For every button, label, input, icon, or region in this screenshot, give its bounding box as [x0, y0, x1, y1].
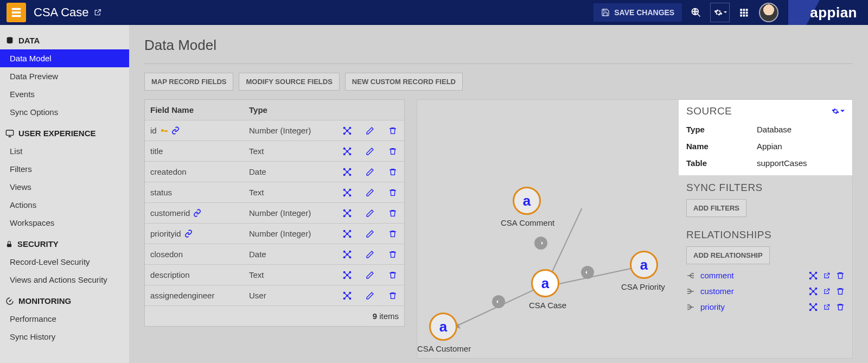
fields-table: Field NameTypeid Number (Integer)titleTe… — [144, 99, 405, 327]
field-relation-icon[interactable] — [336, 120, 359, 141]
field-delete-icon[interactable] — [381, 285, 404, 305]
sidebar-item-views-and-actions-security[interactable]: Views and Actions Security — [0, 271, 129, 289]
sidebar-item-performance[interactable]: Performance — [0, 310, 129, 328]
settings-dropdown[interactable] — [710, 3, 730, 22]
add-relationship-button[interactable]: ADD RELATIONSHIP — [686, 246, 770, 264]
svg-point-30 — [349, 168, 351, 170]
relationship-link[interactable]: customer — [700, 286, 734, 296]
svg-point-58 — [347, 295, 348, 296]
field-edit-icon[interactable] — [359, 224, 381, 244]
svg-rect-5 — [743, 9, 745, 11]
save-icon — [601, 8, 610, 17]
rel-open-icon[interactable] — [823, 288, 831, 295]
field-relation-icon[interactable] — [336, 141, 359, 161]
edge-case-customer — [456, 289, 535, 326]
field-relation-icon[interactable] — [336, 162, 359, 182]
sidebar-item-sync-history[interactable]: Sync History — [0, 328, 129, 346]
field-edit-icon[interactable] — [359, 162, 381, 182]
field-edit-icon[interactable] — [359, 265, 381, 285]
field-relation-icon[interactable] — [336, 244, 359, 264]
sidebar-item-actions[interactable]: Actions — [0, 196, 129, 214]
relationship-link[interactable]: comment — [700, 271, 734, 280]
source-section: SOURCE TypeDatabase NameAppian Tablesupp… — [679, 100, 852, 175]
field-relation-icon[interactable] — [336, 203, 359, 223]
relationship-row-comment: comment — [686, 271, 845, 280]
toolbar-map-record-fields[interactable]: MAP RECORD FIELDS — [144, 73, 233, 91]
user-avatar[interactable] — [759, 3, 778, 22]
sidebar-item-record-level-security[interactable]: Record-Level Security — [0, 253, 129, 271]
field-relation-icon[interactable] — [336, 285, 359, 305]
field-name-cell: closedon — [145, 244, 244, 264]
field-relation-icon[interactable] — [336, 265, 359, 285]
field-delete-icon[interactable] — [381, 141, 404, 161]
rel-open-icon[interactable] — [823, 272, 831, 279]
field-edit-icon[interactable] — [359, 203, 381, 223]
left-sidebar: DATAData ModelData PreviewEventsSync Opt… — [0, 25, 129, 363]
field-name-cell: status — [145, 182, 244, 202]
sidebar-item-data-model[interactable]: Data Model — [0, 49, 129, 67]
rel-type-icon — [686, 271, 695, 280]
relationship-link-icon — [171, 126, 180, 135]
svg-rect-11 — [743, 15, 745, 17]
global-search-icon[interactable] — [686, 3, 706, 22]
field-relation-icon[interactable] — [336, 182, 359, 202]
relationship-link[interactable]: priority — [700, 302, 725, 311]
svg-rect-10 — [740, 15, 742, 17]
relationship-row-priority: priority — [686, 302, 845, 311]
node-label: CSA Customer — [417, 344, 471, 353]
field-delete-icon[interactable] — [381, 244, 404, 264]
field-delete-icon[interactable] — [381, 203, 404, 223]
sidebar-section-monitoring: MONITORING — [0, 289, 129, 310]
rel-diagram-icon[interactable] — [809, 303, 818, 311]
field-delete-icon[interactable] — [381, 120, 404, 141]
toolbar-buttons: MAP RECORD FIELDSMODIFY SOURCE FIELDSNEW… — [144, 73, 853, 91]
relationships-heading: RELATIONSHIPS — [686, 229, 845, 241]
rel-delete-icon[interactable] — [836, 271, 845, 280]
rel-type-icon — [686, 303, 695, 311]
node-csa-priority[interactable]: a — [630, 251, 658, 279]
field-edit-icon[interactable] — [359, 244, 381, 264]
toolbar-modify-source-fields[interactable]: MODIFY SOURCE FIELDS — [239, 73, 339, 91]
node-csa-comment[interactable]: a — [513, 187, 541, 215]
rel-delete-icon[interactable] — [836, 303, 845, 311]
source-settings-icon[interactable] — [832, 107, 845, 115]
brand-logo: appian — [810, 4, 857, 21]
add-filters-button[interactable]: ADD FILTERS — [686, 199, 746, 217]
svg-rect-2 — [12, 15, 21, 17]
svg-point-71 — [809, 294, 811, 295]
field-edit-icon[interactable] — [359, 182, 381, 202]
field-edit-icon[interactable] — [359, 141, 381, 161]
sidebar-item-data-preview[interactable]: Data Preview — [0, 67, 129, 85]
node-csa-customer[interactable]: a — [429, 313, 457, 341]
sidebar-item-views[interactable]: Views — [0, 178, 129, 196]
sidebar-item-list[interactable]: List — [0, 142, 129, 160]
field-edit-icon[interactable] — [359, 285, 381, 305]
col-type: Type — [244, 100, 336, 120]
field-edit-icon[interactable] — [359, 120, 381, 141]
rel-open-icon[interactable] — [823, 303, 831, 311]
field-delete-icon[interactable] — [381, 265, 404, 285]
lock-icon — [5, 240, 13, 248]
save-changes-button[interactable]: SAVE CHANGES — [593, 3, 682, 22]
rel-diagram-icon[interactable] — [809, 271, 818, 280]
node-csa-case[interactable]: a — [531, 269, 559, 297]
field-delete-icon[interactable] — [381, 182, 404, 202]
edge-icon-many-to-one — [492, 295, 505, 308]
rel-diagram-icon[interactable] — [809, 287, 818, 296]
field-delete-icon[interactable] — [381, 224, 404, 244]
sidebar-item-sync-options[interactable]: Sync Options — [0, 103, 129, 121]
field-delete-icon[interactable] — [381, 162, 404, 182]
rel-delete-icon[interactable] — [836, 287, 845, 296]
source-heading: SOURCE — [686, 105, 845, 117]
field-type-cell: Number (Integer) — [244, 203, 336, 223]
svg-point-16 — [9, 301, 10, 301]
field-relation-icon[interactable] — [336, 224, 359, 244]
sidebar-item-workspaces[interactable]: Workspaces — [0, 214, 129, 232]
table-row: createdonDate — [145, 162, 404, 182]
open-external-icon[interactable] — [93, 8, 102, 17]
svg-point-75 — [815, 303, 817, 305]
sidebar-item-events[interactable]: Events — [0, 85, 129, 103]
apps-grid-icon[interactable] — [734, 3, 754, 22]
toolbar-new-custom-record-field[interactable]: NEW CUSTOM RECORD FIELD — [345, 73, 463, 91]
sidebar-item-filters[interactable]: Filters — [0, 160, 129, 178]
